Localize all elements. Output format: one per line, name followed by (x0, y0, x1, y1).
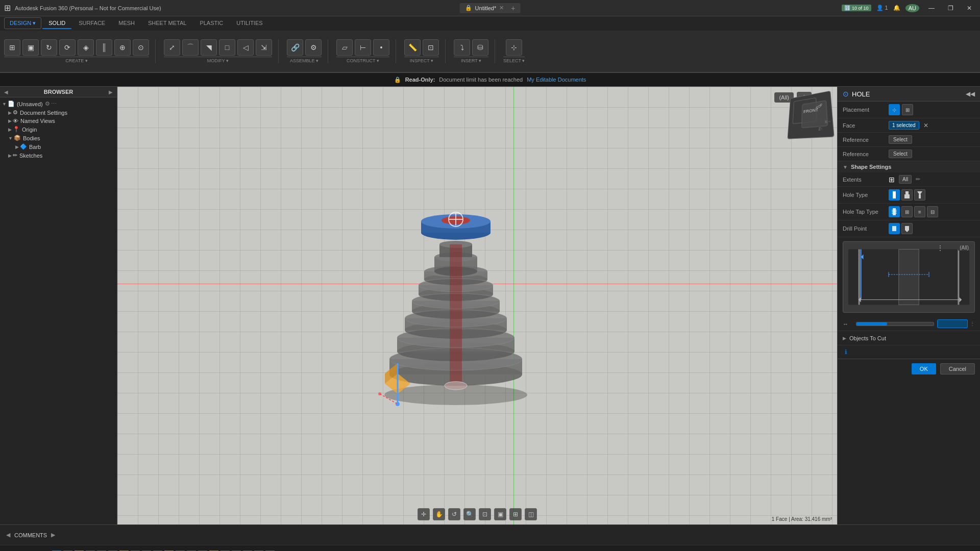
placement-icon1[interactable]: ⊹ (889, 104, 900, 115)
panel-expand-icon[interactable]: ◀◀ (966, 90, 975, 97)
objects-to-cut-expander[interactable]: ▶ Objects To Cut (843, 335, 975, 341)
modify-label[interactable]: MODIFY ▾ (164, 57, 272, 63)
face-clear-button[interactable]: ✕ (923, 122, 928, 129)
tab-sheet-metal[interactable]: SHEET METAL (142, 18, 192, 29)
extents-edit-icon[interactable]: ✏ (916, 176, 920, 183)
rib-icon[interactable]: ║ (96, 39, 112, 56)
assemble2-icon[interactable]: ⚙ (305, 39, 322, 56)
restore-button[interactable]: ❐ (944, 3, 958, 14)
select-label[interactable]: SELECT ▾ (503, 57, 525, 63)
tree-arrow-4: ▼ (8, 136, 13, 141)
axis-icon[interactable]: ⊢ (355, 39, 371, 56)
revolve-icon[interactable]: ↻ (41, 39, 57, 56)
hole-type-simple[interactable] (889, 189, 900, 201)
tap-type-1[interactable] (889, 206, 900, 217)
viewport-display-icon[interactable]: ▣ (494, 508, 506, 520)
insert-mesh-icon[interactable]: ⛁ (472, 39, 488, 56)
close-tab-icon[interactable]: ✕ (499, 5, 504, 11)
press-pull-icon[interactable]: ⤢ (164, 39, 180, 56)
minimize-button[interactable]: — (924, 3, 939, 14)
add-tab-icon[interactable]: + (511, 4, 515, 12)
joint-icon[interactable]: 🔗 (287, 39, 303, 56)
navcube-face[interactable]: FRONT TOP Z↑ X→ (788, 91, 835, 139)
tree-item-bodies[interactable]: ▼ 📦 Bodies (0, 134, 117, 142)
viewport-pan-icon[interactable]: ✋ (433, 508, 445, 520)
app-icon[interactable]: ⊞ (4, 3, 11, 13)
insert-derive-icon[interactable]: ⤵ (454, 39, 470, 56)
scale-icon[interactable]: ⇲ (256, 39, 272, 56)
hole-icon[interactable]: ⊙ (133, 39, 149, 56)
face-row: Face 1 selected ✕ (838, 118, 980, 133)
viewport-cursor-icon[interactable]: ✛ (418, 508, 430, 520)
tap-type-2[interactable]: ⊞ (901, 206, 913, 217)
dim-slider[interactable] (856, 322, 934, 326)
viewport-zoom-icon[interactable]: 🔍 (463, 508, 476, 520)
fillet-icon[interactable]: ⌒ (182, 39, 199, 56)
design-dropdown[interactable]: DESIGN ▾ (4, 17, 41, 29)
reference2-select-button[interactable]: Select (889, 149, 912, 158)
tab-plastic[interactable]: PLASTIC (193, 18, 229, 29)
cancel-button[interactable]: Cancel (940, 363, 975, 374)
tree-item-named-views[interactable]: ▶ 👁 Named Views (0, 117, 117, 125)
tab-surface[interactable]: SURFACE (72, 18, 111, 29)
new-component-icon[interactable]: ⊞ (4, 39, 20, 56)
close-button[interactable]: ✕ (963, 3, 976, 14)
point-icon[interactable]: • (373, 39, 389, 56)
viewport-section-icon[interactable]: ◫ (525, 508, 537, 520)
objects-to-cut-row[interactable]: ▶ Objects To Cut (838, 331, 980, 345)
tree-item-barb[interactable]: ▶ 🔷 Barb (0, 142, 117, 151)
assemble-label[interactable]: ASSEMBLE ▾ (287, 57, 322, 63)
editable-docs-link[interactable]: My Editable Documents (527, 77, 586, 83)
web-icon[interactable]: ⊕ (114, 39, 131, 56)
reference1-select-button[interactable]: Select (889, 135, 912, 144)
sidebar-collapse-left[interactable]: ◀ (4, 89, 8, 95)
comments-expand-right[interactable]: ▶ (51, 532, 55, 538)
loft-icon[interactable]: ◈ (78, 39, 94, 56)
viewport-orbit-icon[interactable]: ↺ (448, 508, 460, 520)
tree-item-unsaved[interactable]: ▼ 📄 (Unsaved) ⚙ ⋯ (0, 99, 117, 108)
notifications-icon[interactable]: 🔔 (893, 5, 900, 11)
shape-settings-header[interactable]: ▼ Shape Settings (838, 161, 980, 172)
dim-edit-icon[interactable]: ⋮ (970, 321, 975, 327)
unsaved-more-icon[interactable]: ⋯ (51, 101, 57, 107)
create-label[interactable]: CREATE ▾ (4, 57, 149, 63)
viewport-fit-icon[interactable]: ⊡ (479, 508, 491, 520)
tap-type-3[interactable]: ≡ (914, 206, 925, 217)
chamfer-icon[interactable]: ◥ (201, 39, 217, 56)
tree-item-origin[interactable]: ▶ 📍 Origin (0, 125, 117, 134)
sidebar-collapse-right[interactable]: ▶ (109, 89, 113, 95)
ok-button[interactable]: OK (912, 363, 936, 374)
drill-point-angled[interactable] (901, 223, 913, 234)
navcube[interactable]: FRONT TOP Z↑ X→ (786, 92, 832, 138)
shell-icon[interactable]: □ (219, 39, 235, 56)
plane-icon[interactable]: ▱ (336, 39, 353, 56)
draft-icon[interactable]: ◁ (237, 39, 254, 56)
tree-item-doc-settings[interactable]: ▶ ⚙ Document Settings (0, 108, 117, 117)
comments-expand-left[interactable]: ◀ (6, 532, 10, 538)
sweep-icon[interactable]: ⟳ (59, 39, 76, 56)
hole-type-countersink[interactable] (914, 189, 925, 201)
placement-icon2[interactable]: ⊞ (902, 104, 913, 115)
extrude-icon[interactable]: ▣ (22, 39, 39, 56)
dimension-input[interactable]: 3.00 mm (937, 319, 968, 328)
tab-utilities[interactable]: UTILITIES (230, 18, 268, 29)
extents-dropdown[interactable]: All (899, 175, 912, 184)
info-icon[interactable]: ℹ (845, 348, 847, 356)
hole-type-counterbore[interactable] (901, 189, 913, 201)
account-icon[interactable]: AU (905, 4, 919, 12)
construct-label[interactable]: CONSTRUCT ▾ (336, 57, 389, 63)
measure-icon[interactable]: 📏 (404, 39, 421, 56)
drill-point-flat[interactable] (889, 223, 900, 234)
diagram-more-button[interactable]: ⋮ (937, 244, 944, 252)
tree-item-sketches[interactable]: ▶ ✏ Sketches (0, 151, 117, 160)
insert-label[interactable]: INSERT ▾ (454, 57, 488, 63)
select-icon[interactable]: ⊹ (506, 39, 522, 56)
inspect-label[interactable]: INSPECT ▾ (404, 57, 439, 63)
viewport[interactable]: (All) ⋮ FRONT TOP Z↑ X→ ✛ ✋ ↺ 🔍 (117, 87, 837, 524)
tap-type-4[interactable]: ⊟ (927, 206, 938, 217)
tab-solid[interactable]: SOLID (42, 18, 71, 29)
tab-mesh[interactable]: MESH (112, 18, 141, 29)
unsaved-settings-icon[interactable]: ⚙ (45, 101, 50, 107)
viewport-grid-icon[interactable]: ⊞ (509, 508, 522, 520)
section-icon[interactable]: ⊡ (423, 39, 439, 56)
